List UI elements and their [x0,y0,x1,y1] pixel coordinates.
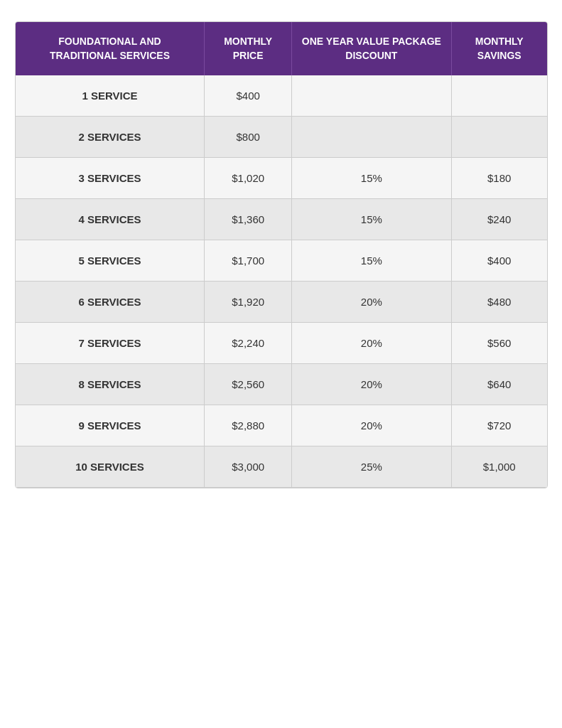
cell-savings: $240 [451,199,546,240]
table-row: 2 SERVICES$800 [16,117,547,158]
cell-discount: 20% [291,282,451,323]
table-row: 6 SERVICES$1,92020%$480 [16,282,547,323]
cell-savings: $640 [451,364,546,405]
cell-discount: 20% [291,364,451,405]
cell-monthly_price: $3,000 [205,446,291,488]
cell-discount: 15% [291,158,451,199]
cell-savings: $480 [451,282,546,323]
cell-discount: 15% [291,240,451,282]
cell-discount: 20% [291,405,451,446]
cell-services: 5 SERVICES [16,240,205,282]
table-row: 3 SERVICES$1,02015%$180 [16,158,547,199]
cell-monthly_price: $1,020 [205,158,291,199]
cell-monthly_price: $2,880 [205,405,291,446]
cell-services: 9 SERVICES [16,405,205,446]
table-row: 4 SERVICES$1,36015%$240 [16,199,547,240]
cell-monthly_price: $2,560 [205,364,291,405]
pricing-table: FOUNDATIONAL AND TRADITIONAL SERVICES MO… [16,22,547,488]
cell-monthly_price: $800 [205,117,291,158]
cell-services: 7 SERVICES [16,323,205,364]
cell-discount [291,117,451,158]
cell-discount: 20% [291,323,451,364]
cell-monthly_price: $1,700 [205,240,291,282]
table-row: 1 SERVICE$400 [16,75,547,117]
table-header-row: FOUNDATIONAL AND TRADITIONAL SERVICES MO… [16,22,547,75]
cell-monthly_price: $2,240 [205,323,291,364]
cell-services: 4 SERVICES [16,199,205,240]
cell-discount: 25% [291,446,451,488]
cell-monthly_price: $1,360 [205,199,291,240]
table-row: 10 SERVICES$3,00025%$1,000 [16,446,547,488]
cell-services: 6 SERVICES [16,282,205,323]
col-header-discount: ONE YEAR VALUE PACKAGE DISCOUNT [291,22,451,75]
cell-discount: 15% [291,199,451,240]
table-row: 7 SERVICES$2,24020%$560 [16,323,547,364]
col-header-savings: MONTHLY SAVINGS [451,22,546,75]
cell-savings: $720 [451,405,546,446]
cell-savings [451,117,546,158]
cell-monthly_price: $1,920 [205,282,291,323]
cell-savings [451,75,546,117]
cell-services: 2 SERVICES [16,117,205,158]
pricing-table-wrapper: FOUNDATIONAL AND TRADITIONAL SERVICES MO… [15,21,548,488]
col-header-services: FOUNDATIONAL AND TRADITIONAL SERVICES [16,22,205,75]
cell-savings: $560 [451,323,546,364]
table-row: 8 SERVICES$2,56020%$640 [16,364,547,405]
cell-savings: $180 [451,158,546,199]
col-header-monthly-price: MONTHLY PRICE [205,22,291,75]
cell-services: 10 SERVICES [16,446,205,488]
table-row: 5 SERVICES$1,70015%$400 [16,240,547,282]
cell-services: 3 SERVICES [16,158,205,199]
cell-savings: $1,000 [451,446,546,488]
cell-monthly_price: $400 [205,75,291,117]
cell-services: 8 SERVICES [16,364,205,405]
cell-services: 1 SERVICE [16,75,205,117]
cell-savings: $400 [451,240,546,282]
table-row: 9 SERVICES$2,88020%$720 [16,405,547,446]
cell-discount [291,75,451,117]
